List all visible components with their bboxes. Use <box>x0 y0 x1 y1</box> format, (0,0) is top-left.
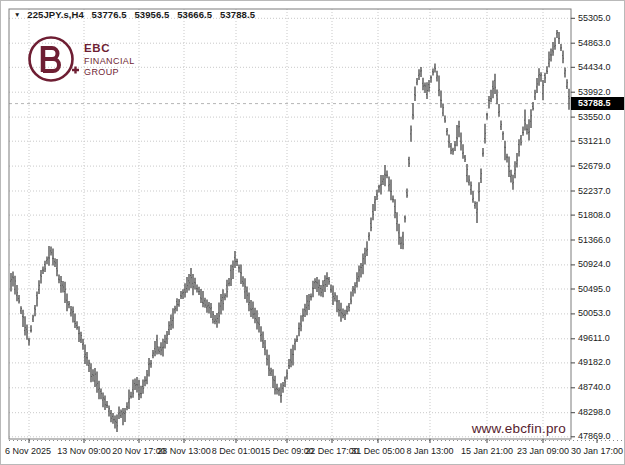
price-axis-label: 49182.0 <box>578 357 624 368</box>
price-axis[interactable]: 55305.054863.054434.053992.053550.053121… <box>571 9 625 439</box>
price-axis-label: 48740.0 <box>578 382 624 393</box>
watermark-url: www.ebcfin.pro <box>472 421 566 436</box>
price-axis-label: 51366.0 <box>578 235 624 246</box>
price-axis-label: 53992.0 <box>578 87 624 98</box>
price-axis-label: 53550.0 <box>578 112 624 123</box>
price-axis-label: 54434.0 <box>578 62 624 73</box>
logo-line1: EBC <box>84 42 110 54</box>
price-axis-label: 47869.0 <box>578 431 624 442</box>
close-value: 53788.5 <box>220 9 255 20</box>
time-axis[interactable]: 6 Nov 202513 Nov 09:0020 Nov 17:0028 Nov… <box>1 444 625 462</box>
price-axis-label: 50495.0 <box>578 284 624 295</box>
ebc-logo: EBC FINANCIAL GROUP <box>27 29 162 97</box>
price-axis-label: 48298.0 <box>578 407 624 418</box>
current-price-badge: 53788.5 <box>571 97 625 110</box>
time-axis-label: 30 Jan 17:00 <box>547 446 623 456</box>
price-axis-label: 52237.0 <box>578 186 624 197</box>
price-axis-label: 51808.0 <box>578 210 624 221</box>
high-value: 53956.5 <box>134 9 169 20</box>
open-value: 53776.5 <box>92 9 127 20</box>
price-axis-label: 54863.0 <box>578 38 624 49</box>
price-axis-label: 50924.0 <box>578 259 624 270</box>
price-axis-label: 50053.0 <box>578 308 624 319</box>
ebc-monogram-icon <box>30 38 80 81</box>
symbol-period-label: 225JPY.s,H4 <box>27 9 84 20</box>
low-value: 53666.5 <box>177 9 212 20</box>
price-axis-label: 52679.0 <box>578 161 624 172</box>
price-axis-label: 55305.0 <box>578 13 624 24</box>
price-axis-label: 49611.0 <box>578 333 624 344</box>
chart-header: ▼ 225JPY.s,H4 53776.5 53956.5 53666.5 53… <box>14 9 260 20</box>
chart-window: ▼ 225JPY.s,H4 53776.5 53956.5 53666.5 53… <box>0 0 625 465</box>
logo-line2: FINANCIAL <box>84 56 135 66</box>
collapse-arrow-icon[interactable]: ▼ <box>14 11 21 18</box>
logo-line3: GROUP <box>84 67 119 77</box>
price-axis-label: 53121.0 <box>578 136 624 147</box>
